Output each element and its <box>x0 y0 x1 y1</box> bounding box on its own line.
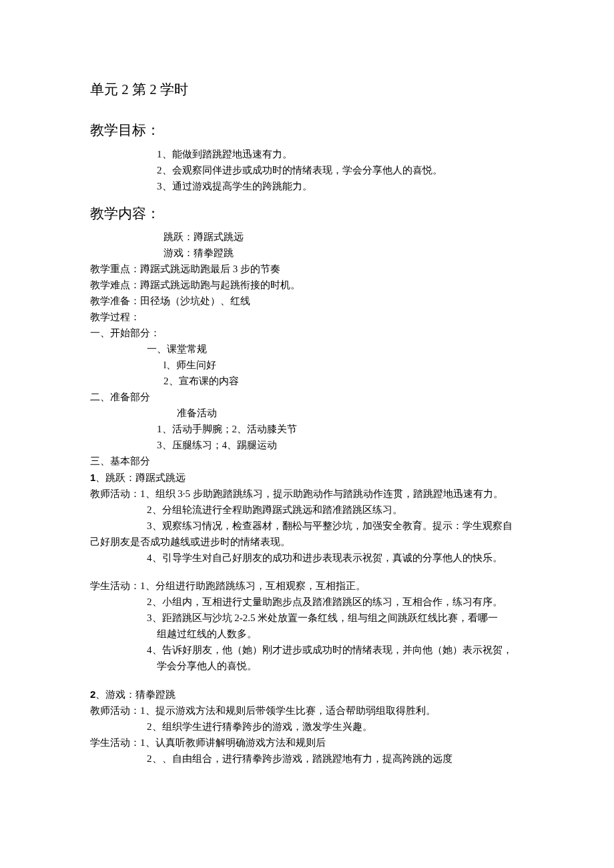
key-point-text: 蹲踞式跳远助跑最后 3 步的节奏 <box>140 264 280 274</box>
part1-item: 2、宣布课的内容 <box>164 374 524 388</box>
part2-heading: 二、准备部分 <box>90 390 524 404</box>
content-heading: 教学内容： <box>90 204 524 224</box>
content-intro: 跳跃：蹲踞式跳远 <box>164 230 524 244</box>
student-item: 3、距踏跳区与沙坑 2-2.5 米处放置一条红线，组与组之间跳跃红线比赛，看哪一 <box>147 611 524 625</box>
teacher-first: ：1、组织 3·5 步助跑踏跳练习，提示助跑动作与踏跳动作连贯，踏跳蹬地迅速有力… <box>130 488 503 499</box>
part2-item: 3、压腿练习；4、踢腿运动 <box>157 438 524 452</box>
activity2-teacher-row: 教师活动：1、提示游戏方法和规则后带领学生比赛，适合帮助弱组取得胜利。 <box>90 704 524 718</box>
activity2-student-row: 学生活动：1、认真听教师讲解明确游戏方法和规则后 <box>90 736 524 750</box>
teacher-item: 2、分组轮流进行全程助跑蹲踞式跳远和踏准踏跳区练习。 <box>147 503 524 517</box>
process-label: 教学过程： <box>90 310 524 324</box>
objective-item: 2、会观察同伴进步或成功时的情绪表现，学会分享他人的喜悦。 <box>157 163 524 177</box>
student-label: 学生活动： <box>90 580 140 591</box>
difficulty-text: 蹲踞式跳远助跑与起跳衔接的时机。 <box>140 280 300 290</box>
teacher-item: 3、观察练习情况，检查器材，翻松与平整沙坑，加强安全教育。提示：学生观察自 <box>147 519 524 533</box>
objective-item: 1、能做到踏跳蹬地迅速有力。 <box>157 147 524 161</box>
student-item: 2、、自由组合，进行猜拳跨步游戏，踏跳蹬地有力，提高跨跳的远度 <box>147 752 524 766</box>
student-continuation: 组越过红线的人数多。 <box>157 627 524 641</box>
part2-item: 1、活动手脚腕；2、活动膝关节 <box>157 422 524 436</box>
part1-item: l、师生问好 <box>164 358 524 372</box>
teacher-first: 1、提示游戏方法和规则后带领学生比赛，适合帮助弱组取得胜利。 <box>140 705 436 716</box>
difficulty-label: 教学难点： <box>90 280 140 290</box>
objective-item: 3、通过游戏提高学生的跨跳能力。 <box>157 179 524 193</box>
student-item: 2、小组内，互相进行丈量助跑步点及踏准踏跳区的练习，互相合作，练习有序。 <box>147 595 524 609</box>
objectives-heading: 教学目标： <box>90 121 524 140</box>
key-point-label: 教学重点： <box>90 264 140 274</box>
part3-heading: 三、基本部分 <box>90 454 524 468</box>
lesson-title: 单元 2 第 2 学时 <box>90 80 524 99</box>
teacher-label: 教师活动： <box>90 705 140 716</box>
activity1-title-text: 、跳跃：蹲踞式跳远 <box>95 472 186 483</box>
student-continuation: 学会分享他人的喜悦。 <box>157 659 524 673</box>
teacher-label: 教师活动 <box>90 488 130 499</box>
content-intro: 游戏：猜拳蹬跳 <box>164 246 524 260</box>
teacher-item: 4、引导学生对自己好朋友的成功和进步表现表示祝贺，真诚的分享他人的快乐。 <box>147 551 524 565</box>
activity1-title: 1、跳跃：蹲踞式跳远 <box>90 470 524 485</box>
teacher-item: 2、组织学生进行猜拳跨步的游戏，激发学生兴趣。 <box>147 720 524 734</box>
preparation-label: 教学准备： <box>90 296 140 306</box>
activity1-teacher-row: 教师活动：1、组织 3·5 步助跑踏跳练习，提示助跑动作与踏跳动作连贯，踏跳蹬地… <box>90 487 524 501</box>
student-label: 学生活动： <box>90 737 140 748</box>
preparation-text: 田径场（沙坑处）、红线 <box>140 296 250 306</box>
activity2-title: 2、游戏：猜拳蹬跳 <box>90 687 524 702</box>
activity2-title-text: 、游戏：猜拳蹬跳 <box>95 689 176 700</box>
student-first: 1、分组进行助跑踏跳练习，互相观察，互相指正。 <box>140 580 366 591</box>
key-point-row: 教学重点：蹲踞式跳远助跑最后 3 步的节奏 <box>90 262 524 276</box>
part1-subheading: 一、课堂常规 <box>147 342 524 356</box>
student-first: 1、认真听教师讲解明确游戏方法和规则后 <box>140 737 326 748</box>
student-item: 4、告诉好朋友，他（她）刚才进步或成功时的情绪表现，并向他（她）表示祝贺， <box>147 643 524 657</box>
teacher-continuation: 己好朋友是否成功越线或进步时的情绪表现。 <box>90 535 524 549</box>
difficulty-row: 教学难点：蹲踞式跳远助跑与起跳衔接的时机。 <box>90 278 524 292</box>
part2-subheading: 准备活动 <box>177 406 524 420</box>
part1-heading: 一、开始部分： <box>90 326 524 340</box>
preparation-row: 教学准备：田径场（沙坑处）、红线 <box>90 294 524 308</box>
activity1-student-row: 学生活动：1、分组进行助跑踏跳练习，互相观察，互相指正。 <box>90 579 524 593</box>
